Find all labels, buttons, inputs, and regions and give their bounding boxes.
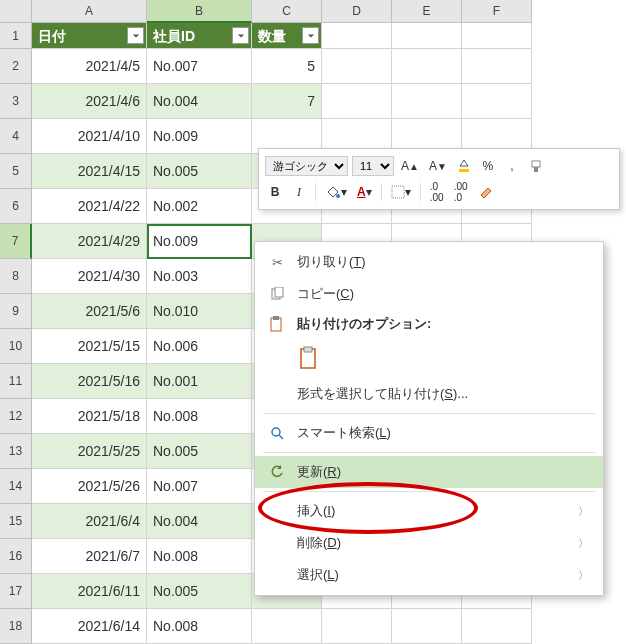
row-header[interactable]: 2 <box>0 49 32 84</box>
row-header[interactable]: 16 <box>0 539 32 574</box>
cell-employee-id[interactable]: No.003 <box>147 259 252 294</box>
cell-employee-id[interactable]: No.004 <box>147 504 252 539</box>
table-header-empId[interactable]: 社員ID <box>147 23 252 49</box>
ctx-paste-special[interactable]: 形式を選択して貼り付け(S)... <box>255 378 603 410</box>
cell-date[interactable]: 2021/4/30 <box>32 259 147 294</box>
cell-date[interactable]: 2021/6/4 <box>32 504 147 539</box>
select-all-corner[interactable] <box>0 0 32 23</box>
ctx-delete[interactable]: 削除(D) 〉 <box>255 527 603 559</box>
cell-date[interactable]: 2021/4/6 <box>32 84 147 119</box>
decrease-font-icon[interactable]: A▼ <box>426 155 450 177</box>
row-header[interactable]: 3 <box>0 84 32 119</box>
row-header[interactable]: 1 <box>0 23 32 49</box>
row-header[interactable]: 11 <box>0 364 32 399</box>
filter-dropdown-icon[interactable] <box>127 27 144 44</box>
ctx-insert[interactable]: 挿入(I) 〉 <box>255 495 603 527</box>
cell-date[interactable]: 2021/4/10 <box>32 119 147 154</box>
row-header[interactable]: 18 <box>0 609 32 644</box>
cell-quantity[interactable] <box>252 609 322 644</box>
cell-employee-id[interactable]: No.008 <box>147 609 252 644</box>
format-painter-icon[interactable] <box>526 155 546 177</box>
cell-employee-id[interactable]: No.009 <box>147 119 252 154</box>
ctx-cut[interactable]: ✂ 切り取り(T) <box>255 246 603 278</box>
bold-button[interactable]: B <box>265 181 285 203</box>
row-header[interactable]: 4 <box>0 119 32 154</box>
row-header[interactable]: 12 <box>0 399 32 434</box>
clear-format-icon[interactable] <box>475 181 497 203</box>
cell-employee-id[interactable]: No.007 <box>147 49 252 84</box>
cell[interactable] <box>392 23 462 49</box>
row-header[interactable]: 5 <box>0 154 32 189</box>
column-header[interactable]: D <box>322 0 392 23</box>
cell-date[interactable]: 2021/5/15 <box>32 329 147 364</box>
column-header[interactable]: A <box>32 0 147 23</box>
row-header[interactable]: 9 <box>0 294 32 329</box>
cell[interactable] <box>392 84 462 119</box>
ctx-smart-lookup[interactable]: スマート検索(L) <box>255 417 603 449</box>
cell[interactable] <box>322 23 392 49</box>
cell[interactable] <box>322 84 392 119</box>
row-header[interactable]: 15 <box>0 504 32 539</box>
ctx-refresh[interactable]: 更新(R) <box>255 456 603 488</box>
ctx-select[interactable]: 選択(L) 〉 <box>255 559 603 591</box>
row-header[interactable]: 14 <box>0 469 32 504</box>
cell-employee-id[interactable]: No.008 <box>147 399 252 434</box>
filter-dropdown-icon[interactable] <box>232 27 249 44</box>
cell-date[interactable]: 2021/6/7 <box>32 539 147 574</box>
increase-font-icon[interactable]: A▲ <box>398 155 422 177</box>
cell-employee-id[interactable]: No.001 <box>147 364 252 399</box>
font-color-icon[interactable]: A▾ <box>354 181 375 203</box>
column-header[interactable]: C <box>252 0 322 23</box>
column-header[interactable]: E <box>392 0 462 23</box>
fill-bucket-icon[interactable]: ▾ <box>322 181 350 203</box>
cell-date[interactable]: 2021/5/26 <box>32 469 147 504</box>
cell-date[interactable]: 2021/5/18 <box>32 399 147 434</box>
cell[interactable] <box>462 49 532 84</box>
cell-date[interactable]: 2021/5/6 <box>32 294 147 329</box>
increase-decimal-icon[interactable]: .0.00 <box>427 181 447 203</box>
row-header[interactable]: 8 <box>0 259 32 294</box>
cell-date[interactable]: 2021/6/11 <box>32 574 147 609</box>
cell[interactable] <box>462 23 532 49</box>
cell[interactable] <box>322 49 392 84</box>
percent-icon[interactable]: % <box>478 155 498 177</box>
cell-employee-id[interactable]: No.006 <box>147 329 252 364</box>
cell-employee-id[interactable]: No.005 <box>147 154 252 189</box>
comma-icon[interactable]: , <box>502 155 522 177</box>
row-header[interactable]: 13 <box>0 434 32 469</box>
decrease-decimal-icon[interactable]: .00.0 <box>451 181 471 203</box>
borders-icon[interactable]: ▾ <box>388 181 414 203</box>
cell-date[interactable]: 2021/6/14 <box>32 609 147 644</box>
font-size-select[interactable]: 11 <box>352 156 394 176</box>
cell-employee-id[interactable]: No.009 <box>147 224 252 259</box>
row-header[interactable]: 6 <box>0 189 32 224</box>
filter-dropdown-icon[interactable] <box>302 27 319 44</box>
cell[interactable] <box>462 609 532 644</box>
cell-employee-id[interactable]: No.010 <box>147 294 252 329</box>
cell-employee-id[interactable]: No.002 <box>147 189 252 224</box>
row-header[interactable]: 17 <box>0 574 32 609</box>
column-header[interactable]: F <box>462 0 532 23</box>
italic-button[interactable]: I <box>289 181 309 203</box>
cell[interactable] <box>392 49 462 84</box>
cell-employee-id[interactable]: No.008 <box>147 539 252 574</box>
row-header[interactable]: 7 <box>0 224 32 259</box>
cell-employee-id[interactable]: No.007 <box>147 469 252 504</box>
fill-color-icon[interactable] <box>454 155 474 177</box>
cell-date[interactable]: 2021/4/5 <box>32 49 147 84</box>
cell-employee-id[interactable]: No.005 <box>147 574 252 609</box>
cell-date[interactable]: 2021/4/22 <box>32 189 147 224</box>
ctx-copy[interactable]: コピー(C) <box>255 278 603 310</box>
cell-quantity[interactable]: 5 <box>252 49 322 84</box>
font-family-select[interactable]: 游ゴシック <box>265 156 348 176</box>
column-header[interactable]: B <box>147 0 252 23</box>
table-header-date[interactable]: 日付 <box>32 23 147 49</box>
cell-employee-id[interactable]: No.005 <box>147 434 252 469</box>
cell[interactable] <box>392 609 462 644</box>
row-header[interactable]: 10 <box>0 329 32 364</box>
cell-employee-id[interactable]: No.004 <box>147 84 252 119</box>
cell[interactable] <box>322 609 392 644</box>
cell-quantity[interactable]: 7 <box>252 84 322 119</box>
cell-date[interactable]: 2021/5/25 <box>32 434 147 469</box>
ctx-paste-option-default[interactable] <box>255 338 603 378</box>
